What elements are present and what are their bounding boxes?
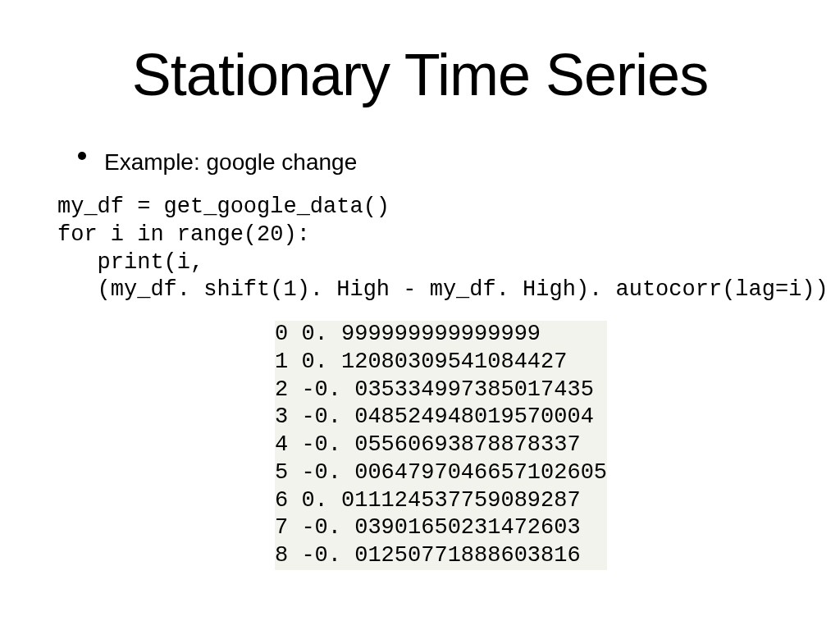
bullet-dot-icon	[78, 152, 86, 160]
code-block: my_df = get_google_data() for i in range…	[57, 194, 807, 304]
slide-title: Stationary Time Series	[33, 41, 807, 108]
output-block: 0 0. 999999999999999 1 0. 12080309541084…	[275, 321, 607, 570]
bullet-text: Example: google change	[104, 149, 357, 176]
bullet-item: Example: google change	[78, 149, 807, 176]
slide-container: Stationary Time Series Example: google c…	[0, 0, 840, 630]
